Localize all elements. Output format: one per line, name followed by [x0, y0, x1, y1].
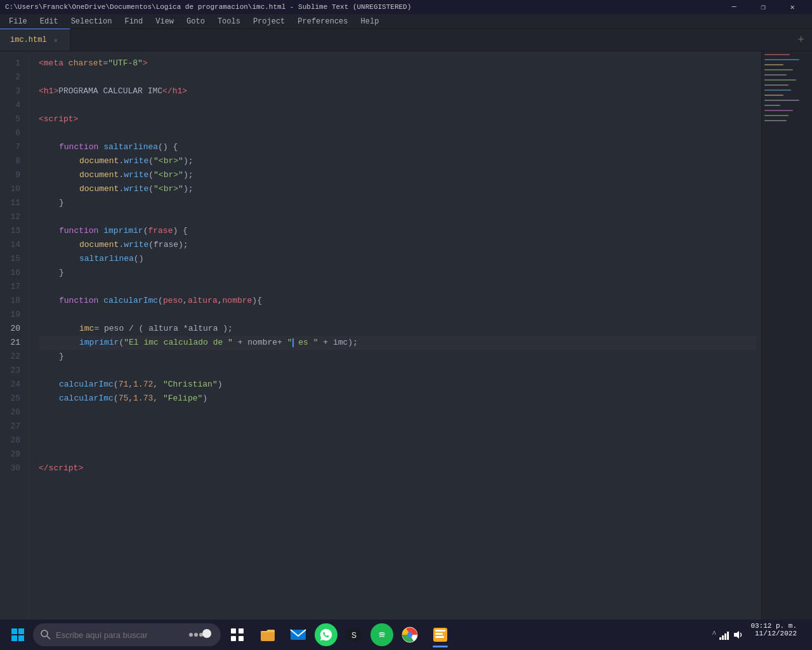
- code-line-25: calcularImc(75,1.73, "Felipe"): [39, 392, 756, 406]
- code-line-7: function saltarlinea() {: [39, 140, 756, 154]
- menu-help[interactable]: Help: [355, 14, 386, 29]
- menu-file[interactable]: File: [3, 14, 34, 29]
- title-bar-path: C:\Users\Franck\OneDrive\Documentos\Logi…: [5, 3, 411, 11]
- taskbar-search-input[interactable]: [56, 630, 183, 640]
- line-num-5: 5: [5, 112, 20, 126]
- menu-bar: File Edit Selection Find View Goto Tools…: [0, 14, 812, 29]
- svg-rect-15: [18, 628, 24, 634]
- taskbar-chrome[interactable]: [396, 621, 424, 649]
- line-num-12: 12: [5, 210, 20, 224]
- svg-rect-28: [261, 631, 275, 641]
- svg-rect-14: [11, 628, 17, 634]
- line-num-17: 17: [5, 280, 20, 294]
- menu-tools[interactable]: Tools: [211, 14, 247, 29]
- svg-rect-37: [435, 630, 445, 632]
- svg-rect-11: [764, 110, 793, 111]
- title-bar-controls: ─ ❐ ✕: [719, 0, 807, 14]
- taskbar-spotify[interactable]: [370, 623, 393, 646]
- line-num-8: 8: [5, 154, 20, 168]
- line-num-18: 18: [5, 294, 20, 308]
- menu-preferences[interactable]: Preferences: [291, 14, 354, 29]
- svg-rect-16: [11, 635, 17, 641]
- show-desktop[interactable]: [803, 622, 807, 647]
- line-num-4: 4: [5, 98, 20, 112]
- code-line-28: [39, 434, 756, 448]
- svg-point-35: [407, 632, 412, 637]
- menu-project[interactable]: Project: [247, 14, 291, 29]
- tab-imc-html[interactable]: imc.html ✕: [0, 29, 70, 51]
- menu-selection[interactable]: Selection: [65, 14, 119, 29]
- menu-edit[interactable]: Edit: [34, 14, 65, 29]
- svg-rect-1: [764, 59, 799, 60]
- svg-rect-38: [435, 633, 443, 635]
- tab-bar: imc.html ✕ +: [0, 29, 812, 51]
- svg-marker-44: [734, 631, 739, 639]
- svg-rect-10: [764, 105, 780, 106]
- menu-goto[interactable]: Goto: [180, 14, 211, 29]
- svg-point-21: [194, 633, 198, 637]
- line-num-25: 25: [5, 392, 20, 406]
- tab-label: imc.html: [10, 36, 47, 44]
- code-line-16: }: [39, 266, 756, 280]
- svg-rect-9: [764, 100, 799, 101]
- line-num-28: 28: [5, 434, 20, 448]
- svg-rect-41: [722, 635, 724, 640]
- line-num-2: 2: [5, 70, 20, 84]
- svg-rect-27: [239, 636, 244, 641]
- code-line-3: <h1>PROGRAMA CALCULAR IMC</h1>: [39, 84, 756, 98]
- close-button[interactable]: ✕: [778, 0, 807, 14]
- network-icon: [719, 629, 730, 640]
- line-num-16: 16: [5, 266, 20, 280]
- taskbar-file-explorer[interactable]: [254, 621, 282, 649]
- code-line-18: function calcularImc(peso,altura,nombre)…: [39, 294, 756, 308]
- tab-close-button[interactable]: ✕: [52, 36, 60, 45]
- title-path-text: C:\Users\Franck\OneDrive\Documentos\Logi…: [5, 3, 411, 11]
- line-num-24: 24: [5, 378, 20, 392]
- line-num-20: 20: [5, 322, 20, 336]
- minimize-button[interactable]: ─: [719, 0, 749, 14]
- svg-rect-24: [231, 628, 236, 633]
- code-line-27: [39, 420, 756, 434]
- line-num-15: 15: [5, 252, 20, 266]
- code-line-10: document.write("<br>");: [39, 182, 756, 196]
- menu-find[interactable]: Find: [118, 14, 149, 29]
- tray-chevron[interactable]: ^: [712, 630, 716, 639]
- start-button[interactable]: [5, 622, 30, 647]
- line-num-11: 11: [5, 196, 20, 210]
- code-line-9: document.write("<br>");: [39, 168, 756, 182]
- taskbar-search[interactable]: [33, 623, 221, 646]
- code-line-29: [39, 448, 756, 461]
- code-line-26: [39, 406, 756, 420]
- taskbar-mail[interactable]: [284, 621, 312, 649]
- svg-rect-4: [764, 74, 787, 76]
- taskbar-sublime[interactable]: [426, 621, 454, 649]
- line-num-19: 19: [5, 308, 20, 322]
- svg-point-20: [189, 633, 193, 637]
- new-tab-button[interactable]: +: [790, 29, 812, 51]
- code-line-12: [39, 210, 756, 224]
- code-line-14: document.write(frase);: [39, 238, 756, 252]
- line-num-9: 9: [5, 168, 20, 182]
- menu-view[interactable]: View: [149, 14, 180, 29]
- system-tray: ^ 03:12 p. m. 11/12/2022: [712, 622, 807, 647]
- taskbar-multitasking[interactable]: [223, 621, 251, 649]
- taskbar-steam[interactable]: S: [340, 621, 368, 649]
- line-num-22: 22: [5, 350, 20, 364]
- taskbar-whatsapp[interactable]: [315, 623, 337, 646]
- title-bar: C:\Users\Franck\OneDrive\Documentos\Logi…: [0, 0, 812, 14]
- code-line-1: <meta charset="UTF-8">: [39, 56, 756, 70]
- code-line-21: imprimir("El imc calculado de " + nombre…: [39, 336, 756, 350]
- code-line-30: </script>: [39, 461, 756, 475]
- svg-rect-25: [239, 628, 244, 633]
- taskbar: S ^: [0, 620, 812, 650]
- code-line-24: calcularImc(71,1.72, "Christian"): [39, 378, 756, 392]
- code-line-5: <script>: [39, 112, 756, 126]
- code-line-13: function imprimir(frase) {: [39, 224, 756, 238]
- svg-rect-8: [764, 95, 783, 96]
- svg-rect-26: [231, 636, 236, 641]
- code-line-20: imc= peso / ( altura *altura );: [39, 322, 756, 336]
- code-area[interactable]: <meta charset="UTF-8"> <h1>PROGRAMA CALC…: [29, 51, 761, 632]
- maximize-button[interactable]: ❐: [749, 0, 778, 14]
- line-num-7: 7: [5, 140, 20, 154]
- code-line-8: document.write("<br>");: [39, 154, 756, 168]
